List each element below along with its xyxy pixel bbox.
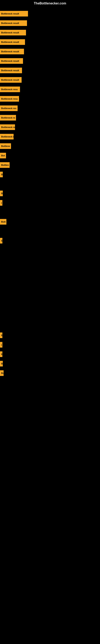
bottleneck-bar-row: B <box>0 188 100 198</box>
bottleneck-result-label: Bottleneck re <box>0 115 16 120</box>
bottleneck-bar-row: Bottleneck result <box>0 56 100 66</box>
bottleneck-result-label: Bottleneck result <box>0 11 28 16</box>
bottleneck-bar-row: E <box>0 349 100 359</box>
bottleneck-bar-row: Bottleneck result <box>0 28 100 37</box>
bottleneck-bar-row: Bottleneck result <box>0 75 100 84</box>
bottleneck-result-label: Bottlene <box>0 143 11 149</box>
bottleneck-bar-row: Bottleneck result <box>0 37 100 47</box>
bottleneck-result-label: E <box>0 238 2 244</box>
bottleneck-bar-row <box>0 226 100 236</box>
bottleneck-bar-row: Bottleneck re <box>0 122 100 132</box>
bottleneck-bar-row <box>0 245 100 255</box>
bottleneck-result-label: E <box>0 332 2 338</box>
bottleneck-result-label: Bottleneck result <box>0 49 24 54</box>
bottleneck-result-label: Bottleneck result <box>0 58 23 64</box>
bottleneck-bar-row <box>0 321 100 330</box>
bottleneck-result-label: Bottleneck r <box>0 134 14 140</box>
bottleneck-bar-row: Bottleneck re <box>0 113 100 122</box>
bottleneck-bar-row <box>0 264 100 274</box>
bottleneck-result-label: B <box>0 172 3 177</box>
bottleneck-result-label: B <box>0 361 3 366</box>
bottleneck-result-label: | <box>0 342 2 348</box>
bottleneck-bar-row: Bott <box>0 217 100 226</box>
bottleneck-bar-row <box>0 274 100 283</box>
bottleneck-bar-row: Bot <box>0 151 100 160</box>
bottleneck-result-label: Bottleneck result <box>0 20 27 26</box>
bottleneck-bar-row: B <box>0 170 100 179</box>
bottleneck-bar-row: Bottleneck result <box>0 18 100 28</box>
bottleneck-result-label: B <box>0 190 3 196</box>
bottleneck-result-label: Bottleneck result <box>0 30 26 36</box>
bottleneck-bar-row: E <box>0 236 100 245</box>
bottleneck-result-label: Bott <box>0 219 6 224</box>
bottleneck-result-label: | <box>0 200 2 206</box>
bottleneck-bar-row <box>0 292 100 302</box>
bottleneck-bar-row: Bottleneck result <box>0 47 100 56</box>
bottleneck-bar-row <box>0 179 100 188</box>
bottleneck-bar-row: Bottleneck res <box>0 104 100 113</box>
bottleneck-bar-row: Bottleneck result <box>0 9 100 18</box>
bottleneck-result-label: Bot <box>0 153 6 158</box>
bottleneck-bar-row <box>0 208 100 217</box>
bottleneck-result-label: Bottlen <box>0 162 10 168</box>
bottleneck-bar-row: E <box>0 330 100 340</box>
bottleneck-result-label: Bo <box>0 370 3 376</box>
bottleneck-bar-row: Bottlene <box>0 141 100 151</box>
bottleneck-bar-row <box>0 283 100 292</box>
bottleneck-bar-row: | <box>0 198 100 208</box>
bottleneck-bar-row <box>0 302 100 312</box>
bottleneck-result-label: Bottleneck result <box>0 68 22 73</box>
bottleneck-result-label: Bottleneck result <box>0 39 25 45</box>
bottleneck-bar-row: Bottlen <box>0 160 100 170</box>
bottleneck-result-label: E <box>0 352 2 357</box>
bottleneck-result-label: Bottleneck resu <box>0 86 20 92</box>
bottleneck-bar-row: Bottleneck resu <box>0 94 100 104</box>
bottleneck-result-label: Bottleneck re <box>0 124 15 130</box>
bottleneck-bar-row: Bottleneck resu <box>0 84 100 94</box>
site-title: TheBottlenecker.com <box>0 0 100 7</box>
bottleneck-result-label: Bottleneck resu <box>0 96 19 102</box>
bottleneck-bar-row <box>0 255 100 264</box>
bottleneck-bar-row: Bottleneck r <box>0 132 100 141</box>
bottleneck-bar-row: B <box>0 359 100 368</box>
bottleneck-bar-row: | <box>0 340 100 349</box>
bottleneck-result-label: Bottleneck res <box>0 106 18 111</box>
bottleneck-bar-row <box>0 312 100 321</box>
bottleneck-bar-row: Bo <box>0 368 100 378</box>
bottleneck-bar-row: Bottleneck result <box>0 66 100 75</box>
bottleneck-result-label: Bottleneck result <box>0 77 22 83</box>
